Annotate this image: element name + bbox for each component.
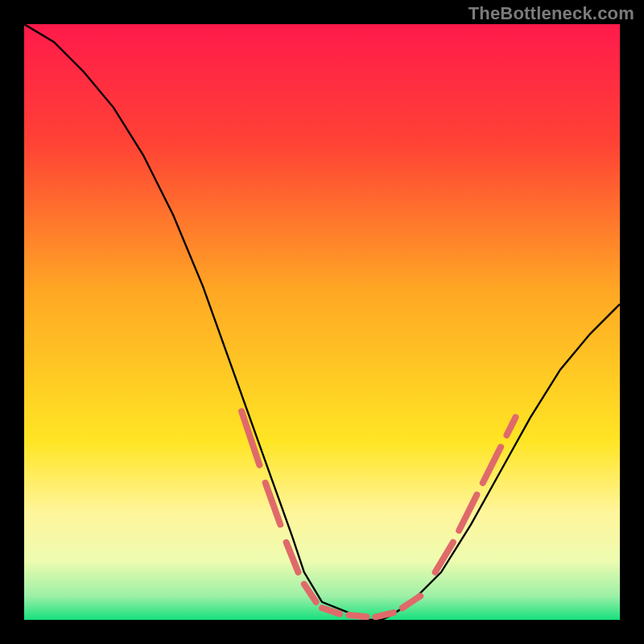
dash-segment: [459, 495, 477, 530]
chart-frame: TheBottleneck.com: [0, 0, 644, 644]
dash-segment: [402, 596, 420, 608]
highlight-dashes: [242, 411, 515, 617]
attribution-label: TheBottleneck.com: [469, 3, 634, 24]
bottleneck-curve: [24, 24, 620, 620]
dash-segment: [506, 417, 515, 435]
dash-segment: [266, 483, 281, 525]
curve-layer: [24, 24, 620, 620]
dash-segment: [376, 613, 394, 617]
dash-segment: [304, 584, 316, 602]
dash-segment: [349, 615, 366, 617]
plot-area: [24, 24, 620, 620]
